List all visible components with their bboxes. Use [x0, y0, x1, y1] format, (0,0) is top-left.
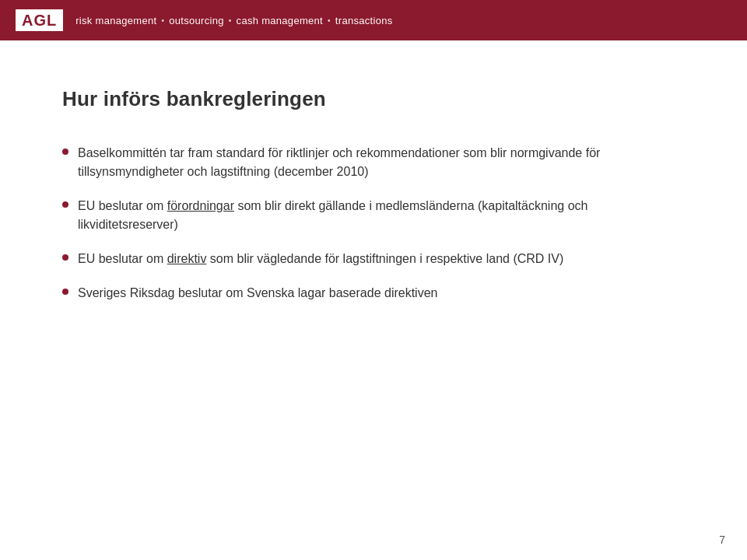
nav-item-outsourcing: outsourcing	[169, 15, 224, 26]
bullet-dot	[62, 149, 68, 155]
list-item: EU beslutar om förordningar som blir dir…	[62, 189, 685, 242]
bullet-text-1: Baselkommittén tar fram standard för rik…	[78, 144, 685, 181]
separator-1: •	[161, 16, 164, 25]
logo-container: AGL risk management • outsourcing • cash…	[16, 9, 393, 31]
list-item: Baselkommittén tar fram standard för rik…	[62, 136, 685, 189]
bullet-dot	[62, 254, 68, 261]
header-nav: risk management • outsourcing • cash man…	[72, 15, 392, 26]
page-title: Hur införs bankregleringen	[62, 87, 685, 111]
separator-3: •	[328, 16, 331, 25]
bullet-text-2: EU beslutar om förordningar som blir dir…	[78, 197, 685, 234]
underline-direktiv: direktiv	[167, 252, 207, 265]
bullet-list: Baselkommittén tar fram standard för rik…	[62, 136, 685, 310]
nav-item-risk-management: risk management	[75, 15, 156, 26]
page-number: 7	[719, 534, 725, 546]
bullet-dot	[62, 289, 68, 295]
logo: AGL	[16, 9, 63, 31]
nav-item-cash-management: cash management	[237, 15, 323, 26]
header-bar: AGL risk management • outsourcing • cash…	[0, 0, 747, 40]
underline-forordningar: förordningar	[167, 199, 234, 212]
bullet-text-4: Sveriges Riksdag beslutar om Svenska lag…	[78, 284, 685, 303]
list-item: Sveriges Riksdag beslutar om Svenska lag…	[62, 276, 685, 310]
bullet-text-3: EU beslutar om direktiv som blir vägleda…	[78, 250, 685, 268]
list-item: EU beslutar om direktiv som blir vägleda…	[62, 242, 685, 276]
bullet-dot	[62, 201, 68, 208]
separator-2: •	[229, 16, 232, 25]
main-content: Hur införs bankregleringen Baselkommitté…	[0, 40, 747, 341]
nav-item-transactions: transactions	[335, 15, 393, 26]
